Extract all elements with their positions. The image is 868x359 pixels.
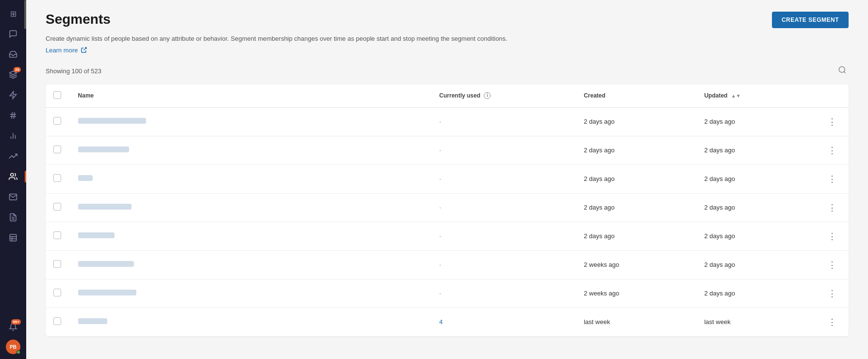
- created-column-header: Created: [576, 84, 696, 108]
- created-cell: last week: [576, 308, 696, 336]
- currently-used-cell: -: [431, 193, 576, 222]
- created-cell: 2 weeks ago: [576, 279, 696, 308]
- created-cell: 2 weeks ago: [576, 250, 696, 279]
- row-more-button[interactable]: ⋮: [825, 287, 839, 300]
- actions-cell: ⋮: [817, 136, 849, 164]
- row-checkbox-4[interactable]: [53, 231, 61, 239]
- row-more-button[interactable]: ⋮: [825, 259, 839, 271]
- svg-point-17: [839, 66, 845, 72]
- showing-count: Showing 100 of 523: [46, 67, 101, 75]
- table-row: -2 weeks ago2 days ago⋮: [46, 279, 849, 308]
- updated-cell: 2 days ago: [696, 164, 817, 193]
- updated-cell: 2 days ago: [696, 250, 817, 279]
- svg-marker-1: [10, 92, 16, 99]
- notification-badge: 99+: [11, 319, 21, 325]
- created-cell: 2 days ago: [576, 107, 696, 136]
- row-more-button[interactable]: ⋮: [825, 144, 839, 157]
- external-link-icon: [81, 47, 87, 53]
- sidebar-icon-chart[interactable]: [4, 127, 22, 145]
- table-row: -2 days ago2 days ago⋮: [46, 107, 849, 136]
- table-row: -2 days ago2 days ago⋮: [46, 136, 849, 164]
- segments-table-container: Name Currently used i Created Updated ▲▼…: [46, 84, 849, 336]
- showing-row: Showing 100 of 523: [46, 64, 849, 79]
- sidebar-icon-people[interactable]: [4, 168, 22, 185]
- updated-cell: last week: [696, 308, 817, 336]
- sidebar-icon-message[interactable]: [4, 188, 22, 206]
- currently-used-cell: -: [431, 164, 576, 193]
- actions-cell: ⋮: [817, 250, 849, 279]
- updated-cell: 2 days ago: [696, 193, 817, 222]
- sidebar-icon-trend[interactable]: [4, 147, 22, 165]
- page-title: Segments: [46, 12, 111, 27]
- used-link[interactable]: 4: [439, 318, 442, 326]
- page-subtitle: Create dynamic lists of people based on …: [46, 34, 849, 44]
- layers-badge: 26: [14, 67, 21, 72]
- search-icon: [838, 65, 847, 74]
- table-body: -2 days ago2 days ago⋮-2 days ago2 days …: [46, 107, 849, 336]
- segment-name-cell: [70, 222, 432, 250]
- row-more-button[interactable]: ⋮: [825, 316, 839, 328]
- updated-cell: 2 days ago: [696, 107, 817, 136]
- page-header: Segments CREATE SEGMENT: [46, 12, 849, 28]
- row-checkbox-0[interactable]: [53, 117, 61, 125]
- name-column-header: Name: [70, 84, 432, 108]
- svg-rect-12: [10, 234, 16, 241]
- updated-cell: 2 days ago: [696, 222, 817, 250]
- updated-column-header[interactable]: Updated ▲▼: [696, 84, 817, 108]
- search-button[interactable]: [836, 64, 849, 79]
- create-segment-button[interactable]: CREATE SEGMENT: [772, 12, 849, 28]
- segment-name-cell: [70, 308, 432, 336]
- sidebar-icon-hash[interactable]: [4, 107, 22, 124]
- currently-used-info-icon[interactable]: i: [484, 92, 491, 99]
- row-checkbox-6[interactable]: [53, 289, 61, 296]
- sidebar-icon-report[interactable]: [4, 209, 22, 226]
- updated-cell: 2 days ago: [696, 136, 817, 164]
- row-checkbox-2[interactable]: [53, 174, 61, 182]
- currently-used-cell: -: [431, 250, 576, 279]
- svg-line-18: [844, 71, 845, 73]
- row-checkbox-3[interactable]: [53, 203, 61, 211]
- actions-column-header: [817, 84, 849, 108]
- svg-line-16: [84, 48, 87, 50]
- currently-used-cell: -: [431, 222, 576, 250]
- row-checkbox-5[interactable]: [53, 260, 61, 268]
- notification-bell[interactable]: 99+: [4, 318, 22, 336]
- scrollbar-thumb[interactable]: [24, 0, 26, 29]
- segment-name-cell: [70, 136, 432, 164]
- svg-point-9: [11, 173, 14, 176]
- avatar[interactable]: PB: [6, 340, 20, 354]
- created-cell: 2 days ago: [576, 164, 696, 193]
- sidebar-icon-chat[interactable]: [4, 25, 22, 43]
- segment-name-cell: [70, 193, 432, 222]
- row-more-button[interactable]: ⋮: [825, 115, 839, 128]
- sidebar-icon-layers[interactable]: 26: [4, 66, 22, 83]
- row-more-button[interactable]: ⋮: [825, 173, 839, 185]
- select-all-header: [46, 84, 70, 108]
- sidebar-icon-bolt[interactable]: [4, 86, 22, 104]
- currently-used-cell: -: [431, 107, 576, 136]
- sidebar-icon-inbox[interactable]: [4, 46, 22, 63]
- created-cell: 2 days ago: [576, 222, 696, 250]
- sidebar-icon-table[interactable]: [4, 229, 22, 246]
- main-content: Segments CREATE SEGMENT Create dynamic l…: [26, 0, 868, 359]
- actions-cell: ⋮: [817, 193, 849, 222]
- currently-used-cell: -: [431, 136, 576, 164]
- table-row: -2 days ago2 days ago⋮: [46, 193, 849, 222]
- currently-used-column-header: Currently used i: [431, 84, 576, 108]
- select-all-checkbox[interactable]: [53, 91, 61, 99]
- sidebar-icon-grid[interactable]: ⊞: [4, 5, 22, 22]
- row-more-button[interactable]: ⋮: [825, 201, 839, 214]
- actions-cell: ⋮: [817, 308, 849, 336]
- row-checkbox-7[interactable]: [53, 317, 61, 325]
- table-header-row: Name Currently used i Created Updated ▲▼: [46, 84, 849, 108]
- created-cell: 2 days ago: [576, 136, 696, 164]
- row-more-button[interactable]: ⋮: [825, 230, 839, 243]
- table-row: 4last weeklast week⋮: [46, 308, 849, 336]
- learn-more-link[interactable]: Learn more: [46, 47, 87, 54]
- sort-icon: ▲▼: [731, 93, 741, 98]
- currently-used-cell[interactable]: 4: [431, 308, 576, 336]
- actions-cell: ⋮: [817, 164, 849, 193]
- row-checkbox-1[interactable]: [53, 146, 61, 153]
- actions-cell: ⋮: [817, 222, 849, 250]
- created-cell: 2 days ago: [576, 193, 696, 222]
